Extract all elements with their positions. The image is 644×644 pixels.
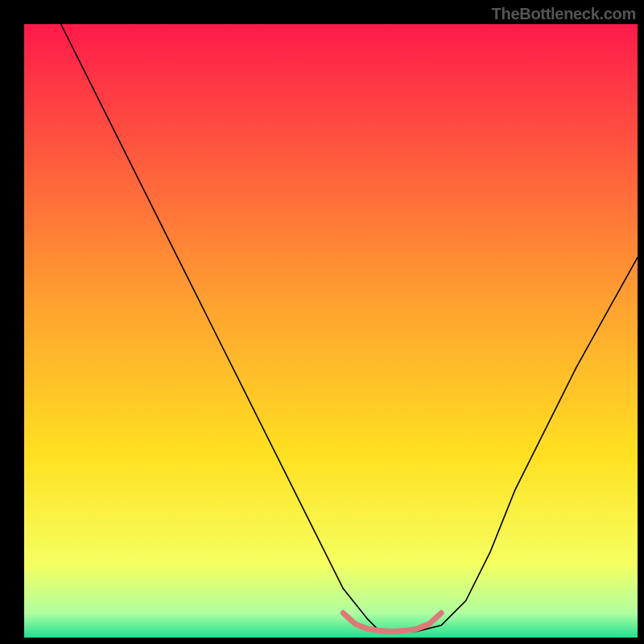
chart-background	[24, 24, 638, 638]
bottleneck-chart	[0, 0, 644, 644]
watermark-label: TheBottleneck.com	[492, 5, 636, 23]
chart-container: TheBottleneck.com	[0, 0, 644, 644]
